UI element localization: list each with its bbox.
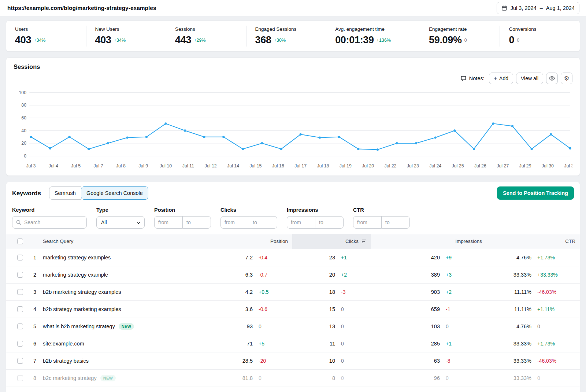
clicks-value: 23 [292,255,335,260]
clicks-cell: 18-3 [292,289,371,295]
table-row[interactable]: 7b2b strategy basics28.5-2010063-833.33%… [6,352,580,370]
clicks-value: 10 [292,358,335,364]
keyword-query-cell: b2b strategy basics [43,358,223,364]
ctr-value: 33.33% [486,272,531,278]
svg-text:Jul 20: Jul 20 [362,163,374,169]
ctr-value: 4.76% [486,323,531,329]
filter-type: Type All [96,207,145,229]
row-checkbox-cell [6,341,27,347]
svg-text:Jul 19: Jul 19 [340,163,352,169]
row-checkbox[interactable] [17,289,23,295]
position-value: 81.8 [223,375,253,381]
filter-impressions: Impressions [287,207,344,229]
tab-google-search-console[interactable]: Google Search Console [81,186,148,200]
select-all-checkbox[interactable] [17,238,23,244]
svg-text:0: 0 [24,154,26,159]
impressions-value: 659 [371,306,440,312]
table-row[interactable]: 4b2b strategy marketing examples3.6-0.61… [6,301,580,318]
clicks-value: 13 [292,323,335,329]
view-all-notes-button[interactable]: View all [516,73,543,84]
table-row[interactable]: 8b2c marketing strategyNEW81.808096033.3… [6,370,580,387]
ctr-cell: 33.33%+1.73% [486,341,580,347]
keyword-search-input[interactable] [12,216,87,229]
table-row[interactable]: 3b2b marketing strategy examples4.2+0.51… [6,284,580,301]
col-header-impressions[interactable]: Impressions [371,234,486,249]
metric-label: Users [15,26,77,32]
toggle-notes-visibility-button[interactable] [546,73,558,84]
row-checkbox-cell [6,255,27,260]
impressions-delta: -1 [440,306,482,312]
impressions-value: 420 [371,255,440,260]
position-delta: -20 [253,358,288,364]
ctr-from-input[interactable] [353,216,382,229]
position-cell: 28.5-20 [223,358,292,364]
add-note-button[interactable]: + Add [489,73,513,84]
ctr-cell: 33.33%0 [486,375,580,381]
col-header-ctr[interactable]: CTR [486,234,580,249]
table-row[interactable]: 2marketing strategy example6.3-0.720+238… [6,266,580,284]
ctr-delta: -46.03% [531,358,575,364]
row-checkbox-cell [6,272,27,278]
metric-value: 0 [509,34,514,46]
impressions-from-input[interactable] [287,216,315,229]
ctr-to-input[interactable] [381,216,410,229]
clicks-delta: 0 [335,375,367,381]
chart-settings-button[interactable]: ⚙ [561,73,572,84]
position-delta: 0 [253,323,288,329]
position-value: 93 [223,323,253,329]
keyword-query-cell: b2b strategy marketing examples [43,306,223,312]
col-header-clicks[interactable]: Clicks [292,234,371,249]
row-checkbox[interactable] [17,255,23,260]
svg-text:80: 80 [21,103,26,108]
svg-text:Jul 26: Jul 26 [474,163,486,169]
clicks-cell: 130 [292,323,371,329]
metric-label: Sessions [175,26,237,32]
date-range-picker[interactable]: Jul 3, 2024 – Aug 1, 2024 [497,2,579,14]
col-header-position[interactable]: Position [223,234,292,249]
clicks-delta: 0 [335,358,367,364]
row-checkbox[interactable] [17,306,23,312]
impressions-to-input[interactable] [315,216,344,229]
send-to-position-tracking-button[interactable]: Send to Position Tracking [497,186,574,200]
metric-users: Users403+34% [6,26,86,47]
filter-clicks: Clicks [220,207,277,229]
row-index: 4 [27,306,43,312]
keyword-query-cell: b2b marketing strategy examples [43,289,223,295]
clicks-to-input[interactable] [249,216,277,229]
keyword-query: b2b strategy basics [43,358,89,364]
row-checkbox[interactable] [17,341,23,347]
clicks-cell: 110 [292,341,371,347]
clicks-cell: 150 [292,306,371,312]
position-cell: 71+5 [223,341,292,347]
filter-ctr-label: CTR [353,207,410,213]
filter-clicks-label: Clicks [220,207,277,213]
table-row[interactable]: 6site:example.com71+5110285+133.33%+1.73… [6,335,580,352]
index-column-header [27,234,43,249]
svg-text:Jul 16: Jul 16 [272,163,284,169]
position-from-input[interactable] [154,216,183,229]
row-checkbox[interactable] [17,323,23,329]
table-row[interactable]: 1marketing strategy examples7.2-0.423+14… [6,249,580,266]
impressions-value: 103 [371,323,440,329]
clicks-from-input[interactable] [220,216,249,229]
impressions-value: 63 [371,358,440,364]
position-delta: 0 [253,375,288,381]
col-header-search-query[interactable]: Search Query [43,234,223,249]
select-all-cell [6,234,27,249]
position-cell: 81.80 [223,375,292,381]
tab-semrush[interactable]: Semrush [49,186,81,200]
row-checkbox[interactable] [17,272,23,278]
ctr-delta: +33.33% [531,272,575,278]
position-to-input[interactable] [182,216,211,229]
svg-text:Jul 3: Jul 3 [26,163,36,169]
row-checkbox[interactable] [17,375,23,381]
row-checkbox[interactable] [17,358,23,364]
metric-delta: +136% [377,38,391,43]
type-select[interactable]: All [96,216,145,229]
gear-icon: ⚙ [564,75,569,82]
table-row[interactable]: 5what is b2b marketing strategyNEW930130… [6,318,580,335]
impressions-delta: 0 [440,323,482,329]
svg-text:20: 20 [21,141,26,146]
position-delta: +5 [253,341,288,347]
clicks-delta: 0 [335,341,367,347]
